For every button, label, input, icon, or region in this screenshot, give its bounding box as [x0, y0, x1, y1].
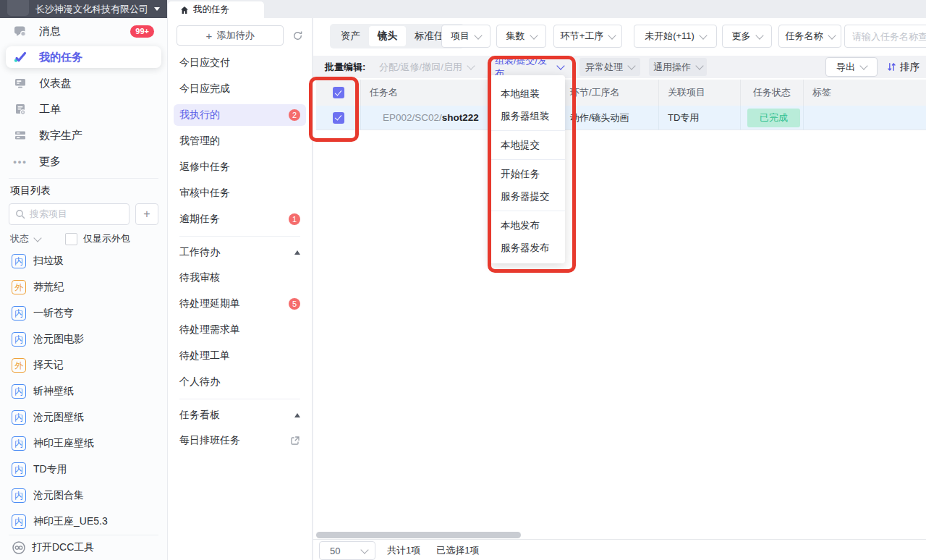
sidebar-item-digital-production[interactable]: 数字生产 [0, 122, 167, 148]
horizontal-scrollbar[interactable] [316, 532, 521, 538]
sidebar-item-tickets[interactable]: 工单 [0, 96, 167, 122]
sidebar-item-label: 更多 [39, 155, 61, 169]
refresh-icon[interactable] [292, 30, 303, 41]
nav-item-i-execute[interactable]: 我执行的2 [174, 104, 306, 126]
nav-item-finish-today[interactable]: 今日应完成 [168, 76, 312, 102]
nav-item-pending-demand-orders[interactable]: 待处理需求单 [168, 317, 312, 343]
batch-common-dropdown[interactable]: 通用操作 [649, 58, 707, 76]
project-item[interactable]: 内沧元图合集 [0, 483, 167, 509]
batch-exception-dropdown[interactable]: 异常处理 [579, 58, 640, 76]
project-item[interactable]: 内一斩苍穹 [0, 300, 167, 326]
sidebar-item-my-tasks[interactable]: 我的任务 [6, 46, 161, 68]
external-badge: 外 [12, 280, 26, 294]
sidebar-item-label: 仪表盘 [39, 77, 72, 90]
sort-arrows-icon [886, 61, 897, 72]
caret-down-icon [154, 7, 160, 11]
menu-item-server-assemble[interactable]: 服务器组装 [490, 105, 565, 127]
nav-item-await-my-review[interactable]: 待我审核 [168, 265, 312, 291]
section-task-board[interactable]: 任务看板 [168, 403, 312, 428]
cell-stage-process: 动作/镜头动画 [561, 106, 659, 130]
nav-item-personal-todo[interactable]: 个人待办 [168, 369, 312, 395]
menu-item-local-assemble[interactable]: 本地组装 [490, 82, 565, 105]
menu-item-server-publish[interactable]: 服务器发布 [490, 237, 565, 259]
sidebar-item-label: 数字生产 [39, 129, 82, 143]
chevron-down-icon [859, 61, 867, 69]
menu-item-start-task[interactable]: 开始任务 [490, 163, 565, 185]
selected-count: 已选择1项 [436, 544, 479, 557]
section-work-todo[interactable]: 工作待办 [168, 240, 312, 265]
export-button[interactable]: 导出 [825, 57, 878, 77]
table-row[interactable]: EP002/SC02/shot222 动作/镜头动画 TD专用 已完成 [316, 106, 926, 130]
filter-more[interactable]: 更多 [722, 25, 772, 48]
company-header[interactable]: 长沙神漫文化科技有限公司 [0, 0, 167, 18]
project-item[interactable]: 内TD专用 [0, 457, 167, 483]
filter-status[interactable]: 未开始(+11) [634, 25, 717, 48]
tab-assets[interactable]: 资产 [332, 26, 369, 46]
tab-my-tasks[interactable]: 我的任务 [168, 1, 264, 18]
add-project-button[interactable]: + [135, 203, 158, 225]
company-name: 长沙神漫文化科技有限公司 [35, 3, 148, 16]
nav-item-pending-tickets[interactable]: 待处理工单 [168, 343, 312, 369]
project-item[interactable]: 内沧元图壁纸 [0, 404, 167, 430]
nav-item-rework-tasks[interactable]: 返修中任务 [168, 154, 312, 180]
outsource-only-label: 仅显示外包 [83, 232, 130, 245]
menu-item-local-submit[interactable]: 本地提交 [490, 134, 565, 156]
project-item[interactable]: 内扫垃圾 [0, 248, 167, 274]
tab-shots[interactable]: 镜头 [369, 26, 406, 46]
filter-stage-process[interactable]: 环节+工序 [553, 25, 622, 48]
chevron-down-icon [474, 31, 482, 39]
internal-badge: 内 [12, 410, 26, 425]
dcc-link-icon [12, 540, 26, 555]
nav-item-i-manage[interactable]: 我管理的 [168, 128, 312, 154]
nav-item-overdue-tasks[interactable]: 逾期任务1 [168, 206, 312, 232]
project-item[interactable]: 外莽荒纪 [0, 274, 167, 300]
page-size-select[interactable]: 50 [319, 541, 375, 560]
task-name-search-input[interactable] [844, 25, 926, 48]
chevron-down-icon [695, 61, 703, 69]
select-all-checkbox[interactable] [333, 87, 344, 98]
nav-item-review-tasks[interactable]: 审核中任务 [168, 180, 312, 206]
table-header: 任务名 环节/工序名 关联项目 任务状态 标签 [316, 80, 926, 106]
nav-item-daily-shift-tasks[interactable]: 每日排班任务 [168, 428, 312, 454]
row-checkbox[interactable] [333, 112, 344, 124]
divider [179, 399, 300, 399]
batch-assign-dropdown[interactable]: 分配/返修/撤回/启用 [379, 61, 474, 74]
filter-episode[interactable]: 集数 [496, 25, 546, 48]
sort-button[interactable]: 排序 [886, 61, 919, 74]
open-dcc-tools[interactable]: 打开DCC工具 [0, 535, 167, 559]
sidebar-item-label: 工单 [39, 103, 61, 116]
sidebar-item-dashboard[interactable]: 仪表盘 [0, 70, 167, 96]
project-item[interactable]: 内神印王座壁纸 [0, 430, 167, 457]
collapse-icon [294, 413, 300, 417]
home-icon [180, 6, 189, 14]
count-badge: 5 [289, 298, 300, 310]
chevron-down-icon [467, 61, 475, 69]
project-list-title: 项目列表 [0, 179, 167, 200]
sidebar-item-messages[interactable]: 消息 99+ [0, 18, 167, 44]
project-item[interactable]: 内神印王座_UE5.3 [0, 509, 167, 535]
status-filter[interactable]: 状态 [10, 232, 41, 245]
outsource-only-checkbox[interactable] [65, 233, 77, 245]
chevron-down-icon [699, 31, 707, 39]
internal-badge: 内 [12, 332, 26, 347]
col-stage-process: 环节/工序名 [561, 80, 659, 106]
project-item[interactable]: 外择天记 [0, 352, 167, 378]
external-badge: 外 [12, 358, 26, 373]
menu-item-server-submit[interactable]: 服务器提交 [490, 185, 565, 208]
nav-item-pending-delay-orders[interactable]: 待处理延期单5 [168, 291, 312, 317]
menu-item-local-publish[interactable]: 本地发布 [490, 214, 565, 237]
divider [313, 539, 926, 540]
menu-divider [490, 211, 565, 211]
nav-item-due-today[interactable]: 今日应交付 [168, 50, 312, 76]
assemble-submit-publish-menu: 本地组装 服务器组装 本地提交 开始任务 服务器提交 本地发布 服务器发布 [490, 75, 565, 263]
cell-task-status: 已完成 [741, 106, 804, 130]
project-item[interactable]: 内斩神壁纸 [0, 378, 167, 404]
project-search-input[interactable]: 搜索项目 [9, 203, 129, 225]
add-todo-button[interactable]: + 添加待办 [177, 25, 284, 46]
sidebar-item-more[interactable]: ••• 更多 [0, 148, 167, 174]
filter-project[interactable]: 项目 [441, 25, 490, 48]
col-task-status: 任务状态 [741, 80, 804, 106]
project-item[interactable]: 内沧元图电影 [0, 326, 167, 352]
col-tag: 标签 [804, 80, 926, 106]
filter-task-name-field[interactable]: 任务名称 [778, 25, 841, 48]
